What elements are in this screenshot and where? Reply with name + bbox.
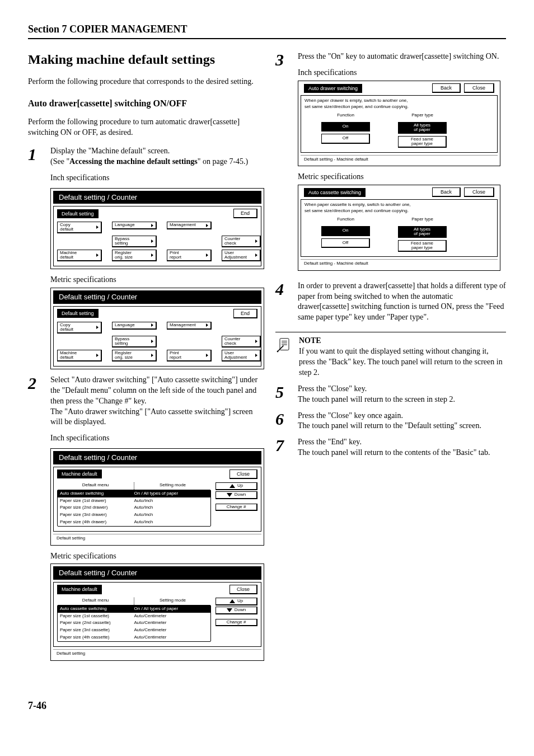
note-body: If you want to quit the displayed settin…: [299, 346, 506, 378]
ds-message: When paper cassette is empty, switch to …: [305, 202, 494, 214]
close-button[interactable]: Close: [464, 83, 494, 93]
ui-titlebar: Default setting / Counter: [53, 191, 261, 204]
management-button[interactable]: Management: [167, 222, 212, 229]
intro-paragraph: Perform the following procedure that cor…: [28, 77, 259, 87]
step-number-5: 5: [275, 384, 290, 401]
close-button[interactable]: Close: [229, 585, 257, 594]
feed-same-button[interactable]: Feed same paper type: [398, 240, 447, 252]
step-number-7: 7: [275, 437, 290, 454]
ui-auto-drawer-inch: Auto drawer switching Back Close When pa…: [298, 81, 500, 166]
management-button[interactable]: Management: [167, 322, 212, 330]
ui-bottom-note: Default setting - Machine default: [301, 259, 498, 268]
list-item[interactable]: Paper size (2nd cassette)Auto/Centimeter: [58, 619, 210, 627]
register-orig-button[interactable]: Register orig. size: [112, 250, 157, 261]
ui-auto-cassette-metric: Auto cassette switching Back Close When …: [298, 185, 500, 270]
off-button[interactable]: Off: [321, 134, 370, 144]
register-orig-button[interactable]: Register orig. size: [112, 350, 157, 361]
ds-message: When paper drawer is empty, switch to an…: [305, 98, 494, 110]
language-button[interactable]: Language: [112, 222, 157, 229]
subhead-auto-drawer: Auto drawer[cassette] switching ON/OFF: [28, 97, 259, 110]
inch-caption-1: Inch specifications: [50, 173, 259, 184]
note-icon: [275, 336, 293, 378]
copy-default-button[interactable]: Copy default: [57, 222, 102, 233]
ui-bottom-note: Default setting: [53, 534, 261, 543]
default-setting-label: Default setting: [57, 209, 99, 218]
list-item[interactable]: Auto cassette switchingOn / All types of…: [58, 605, 210, 613]
bypass-button[interactable]: Bypass setting: [112, 236, 157, 247]
print-report-button[interactable]: Print report: [167, 250, 212, 261]
all-types-button[interactable]: All types of paper: [398, 226, 447, 238]
step-number-2: 2: [28, 375, 43, 392]
setting-mode-header: Setting mode: [134, 598, 211, 605]
down-button[interactable]: Down: [216, 607, 257, 614]
function-label: Function: [321, 112, 370, 119]
end-button[interactable]: End: [233, 309, 257, 318]
metric-caption-2: Metric specifications: [50, 551, 259, 562]
header-rule: [28, 38, 506, 39]
ui-titlebar: Default setting / Counter: [53, 566, 261, 580]
auto-drawer-switching-label: Auto drawer switching: [304, 84, 362, 93]
user-adjust-button[interactable]: User Adjustment: [222, 250, 261, 261]
language-button[interactable]: Language: [112, 322, 157, 330]
machine-default-list[interactable]: Auto cassette switchingOn / All types of…: [57, 605, 211, 642]
step2-text: Select "Auto drawer switching" ["Auto ca…: [50, 375, 259, 428]
print-report-button[interactable]: Print report: [167, 350, 212, 361]
list-item[interactable]: Paper size (4th drawer)Auto/Inch: [58, 519, 210, 526]
user-adjust-button[interactable]: User Adjustment: [222, 350, 261, 361]
close-button[interactable]: Close: [464, 187, 494, 197]
setting-mode-header: Setting mode: [134, 482, 211, 490]
machine-default-list[interactable]: Auto drawer switchingOn / All types of p…: [57, 490, 211, 527]
ui-bottom-note: Default setting: [53, 649, 261, 658]
up-button[interactable]: Up: [216, 482, 257, 490]
step5-text: Press the "Close" key. The touch panel w…: [298, 384, 506, 405]
back-button[interactable]: Back: [432, 187, 461, 197]
auto-cassette-switching-label: Auto cassette switching: [304, 188, 366, 197]
list-item[interactable]: Paper size (4th cassette)Auto/Centimeter: [58, 634, 210, 641]
down-button[interactable]: Down: [216, 491, 257, 499]
list-item[interactable]: Auto drawer switchingOn / All types of p…: [58, 490, 210, 497]
list-item[interactable]: Paper size (3rd cassette)Auto/Centimeter: [58, 627, 210, 634]
section-header: Section 7 COPIER MANAGEMENT: [28, 22, 506, 36]
ui-default-counter-metric-1: Default setting / Counter Default settin…: [50, 288, 264, 369]
back-button[interactable]: Back: [432, 83, 461, 93]
function-label: Function: [321, 217, 370, 223]
step1-line1: Display the "Machine default" screen.: [50, 146, 259, 157]
list-item[interactable]: Paper size (3rd drawer)Auto/Inch: [58, 511, 210, 519]
note-block: NOTE If you want to quit the displayed s…: [275, 332, 506, 378]
inch-caption-3: Inch specifications: [298, 68, 506, 78]
on-button[interactable]: On: [321, 122, 370, 132]
machine-default-button[interactable]: Machine default: [57, 250, 102, 261]
up-button[interactable]: Up: [216, 598, 257, 605]
feed-same-button[interactable]: Feed same paper type: [398, 136, 447, 148]
end-button[interactable]: End: [233, 209, 257, 218]
list-item[interactable]: Paper size (1st drawer)Auto/Inch: [58, 497, 210, 505]
step-number-1: 1: [28, 146, 43, 163]
change-button[interactable]: Change #: [216, 504, 257, 511]
machine-default-button[interactable]: Machine default: [57, 350, 102, 361]
ui-titlebar: Default setting / Counter: [53, 451, 261, 464]
inch-caption-2: Inch specifications: [50, 433, 259, 444]
metric-caption-1: Metric specifications: [50, 275, 259, 285]
note-title: NOTE: [299, 336, 506, 346]
change-button[interactable]: Change #: [216, 619, 257, 627]
machine-default-label: Machine default: [57, 585, 102, 594]
bypass-button[interactable]: Bypass setting: [112, 336, 157, 348]
counter-check-button[interactable]: Counter check: [222, 336, 261, 348]
auto-paragraph: Perform the following procedure to turn …: [28, 117, 259, 138]
step3-text: Press the "On" key to automatic drawer[c…: [298, 51, 506, 62]
step-number-6: 6: [275, 411, 290, 428]
close-button[interactable]: Close: [229, 469, 257, 479]
ui-default-counter-inch-1: Default setting / Counter Default settin…: [50, 188, 264, 270]
list-item[interactable]: Paper size (1st cassette)Auto/Centimeter: [58, 613, 210, 620]
on-button[interactable]: On: [321, 226, 370, 236]
step-number-4: 4: [275, 281, 290, 298]
counter-check-button[interactable]: Counter check: [222, 236, 261, 247]
list-item[interactable]: Paper size (2nd drawer)Auto/Inch: [58, 504, 210, 511]
ui-titlebar: Default setting / Counter: [53, 290, 261, 304]
ui-bottom-note: Default setting - Machine default: [301, 155, 498, 164]
off-button[interactable]: Off: [321, 238, 370, 248]
step-number-3: 3: [275, 51, 290, 68]
default-menu-header: Default menu: [57, 482, 134, 490]
all-types-button[interactable]: All types of paper: [398, 122, 447, 134]
copy-default-button[interactable]: Copy default: [57, 322, 102, 334]
